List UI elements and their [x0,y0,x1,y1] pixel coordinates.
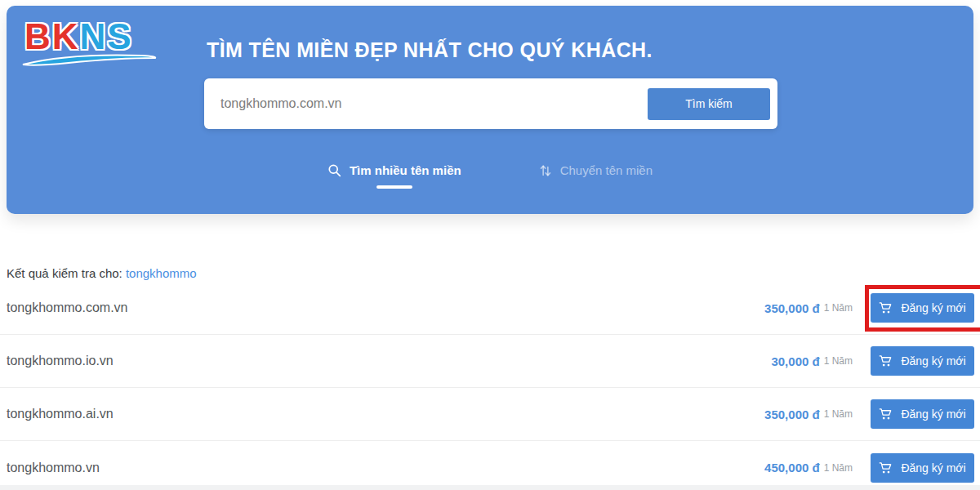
transfer-icon [539,163,552,177]
register-button-label: Đăng ký mới [901,301,965,314]
register-button[interactable]: Đăng ký mới [871,399,974,429]
table-row: tongkhommo.ai.vn 350,000 đ 1 Năm Đăng ký… [0,388,980,441]
tab-search-multiple-domains[interactable]: Tìm nhiều tên miền [327,163,461,198]
logo-text-bk: BK [24,16,80,56]
query-link[interactable]: tongkhommo [126,266,197,280]
logo-text-ns: NS [80,16,133,56]
register-button[interactable]: Đăng ký mới [871,346,974,376]
price: 30,000 đ [771,354,819,368]
term: 1 Năm [824,302,853,314]
price: 450,000 đ [764,461,820,474]
header-tabs: Tìm nhiều tên miền Chuyển tên miền [7,163,973,198]
domain-name: tongkhommo.com.vn [7,301,128,315]
cart-icon [879,461,893,474]
results-label-text: Kết quả kiểm tra cho: [7,266,122,280]
table-row: tongkhommo.io.vn 30,000 đ 1 Năm Đăng ký … [0,335,980,388]
domain-search-box: Tìm kiếm [204,78,777,129]
domain-name: tongkhommo.io.vn [7,354,114,368]
page-title: TÌM TÊN MIỀN ĐẸP NHẤT CHO QUÝ KHÁCH. [207,38,653,62]
results-summary: Kết quả kiểm tra cho: tongkhommo [0,260,980,282]
tab-label: Chuyển tên miền [560,163,653,177]
term: 1 Năm [824,462,853,474]
domain-search-input[interactable] [204,96,648,111]
bkns-logo[interactable]: BKNS [24,19,159,66]
bottom-page-edge [0,485,980,490]
term: 1 Năm [824,355,853,367]
search-results: Kết quả kiểm tra cho: tongkhommo tongkho… [0,260,980,490]
domain-name: tongkhommo.vn [7,461,100,475]
search-button[interactable]: Tìm kiếm [648,88,770,120]
domain-name: tongkhommo.ai.vn [7,407,114,421]
active-tab-underline [376,185,412,189]
tab-label: Tìm nhiều tên miền [350,163,461,177]
cart-icon [879,301,893,314]
cart-icon [879,408,893,421]
search-icon [327,163,341,177]
tab-transfer-domain[interactable]: Chuyển tên miền [539,163,653,198]
register-button-label: Đăng ký mới [901,461,965,474]
table-row: tongkhommo.vn 450,000 đ 1 Năm Đăng ký mớ… [0,441,980,490]
price: 350,000 đ [764,408,820,421]
hero-header: BKNS TÌM TÊN MIỀN ĐẸP NHẤT CHO QUÝ KHÁCH… [7,6,973,214]
register-button[interactable]: Đăng ký mới [871,453,974,483]
register-button-label: Đăng ký mới [901,408,965,421]
register-button[interactable]: Đăng ký mới [871,293,974,323]
cart-icon [879,354,893,368]
term: 1 Năm [824,408,853,420]
price: 350,000 đ [764,301,820,315]
register-button-label: Đăng ký mới [901,354,965,368]
table-row: tongkhommo.com.vn 350,000 đ 1 Năm Đăng k… [0,282,980,335]
logo-swoosh [20,51,160,73]
